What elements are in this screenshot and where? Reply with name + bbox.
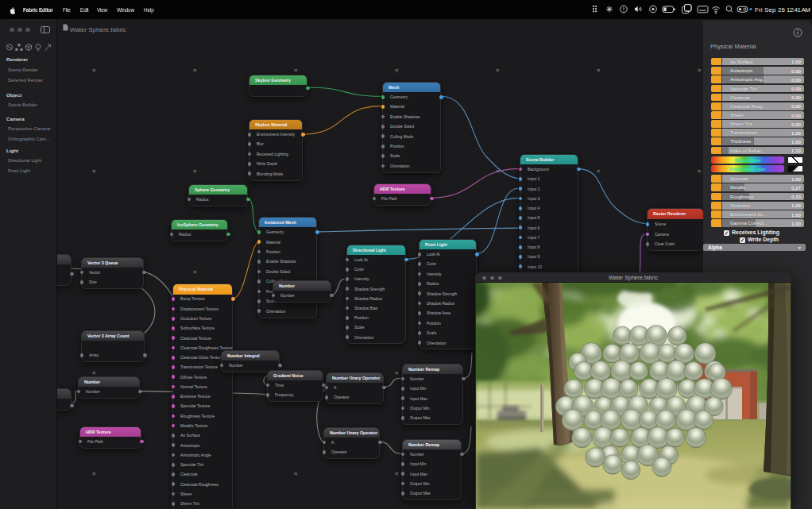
svg-text:12:41 AM: 12:41 AM xyxy=(787,6,810,13)
svg-text:Fri Sep 26: Fri Sep 26 xyxy=(755,6,786,13)
